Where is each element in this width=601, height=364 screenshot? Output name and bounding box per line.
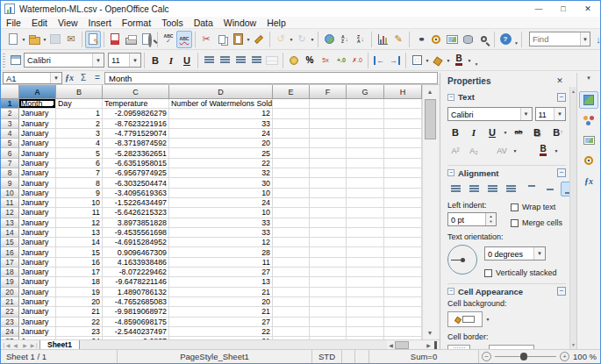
open-icon[interactable] — [26, 31, 42, 48]
cell-G3[interactable] — [347, 119, 384, 129]
cell-D6[interactable]: 25 — [169, 148, 273, 158]
cut-icon[interactable]: ✂ — [198, 31, 214, 48]
cell-H18[interactable] — [384, 268, 422, 277]
align-justified-icon[interactable] — [248, 52, 264, 69]
column-header-G[interactable]: G — [347, 85, 384, 99]
sidebar-bold-icon[interactable]: B — [447, 125, 463, 139]
cell-B11[interactable]: 10 — [56, 198, 103, 208]
cell-E11[interactable] — [273, 198, 310, 208]
underline-icon[interactable]: U — [179, 52, 195, 69]
sum-indicator[interactable]: Sum=0 — [369, 350, 479, 363]
find-replace-icon[interactable]: ●● — [412, 31, 428, 48]
cell-E19[interactable] — [273, 277, 310, 287]
row-header-9[interactable]: 9 — [1, 178, 19, 188]
horizontal-scroll-thumb[interactable] — [395, 341, 409, 349]
minimize-button[interactable]: — — [526, 1, 551, 17]
dropdown-icon[interactable]: ▼ — [554, 108, 565, 120]
cell-D22[interactable]: 21 — [169, 307, 273, 317]
cell-F17[interactable] — [310, 258, 347, 268]
scroll-right-icon[interactable]: ▶ — [425, 342, 433, 348]
paste-icon[interactable] — [230, 31, 246, 48]
cell-G6[interactable] — [347, 148, 384, 158]
cell-E2[interactable] — [273, 109, 310, 118]
cell-H14[interactable] — [384, 228, 422, 238]
cell-C1[interactable]: Temperature — [103, 99, 169, 109]
currency-format-icon[interactable] — [286, 52, 302, 69]
cell-G14[interactable] — [347, 228, 384, 238]
cell-E6[interactable] — [273, 148, 310, 158]
orientation-combobox[interactable]: 0 degrees ▼ — [484, 246, 546, 261]
styles-and-formatting-icon[interactable] — [8, 52, 24, 69]
cell-A7[interactable]: January — [19, 159, 56, 168]
cell-F2[interactable] — [310, 109, 347, 118]
row-header-22[interactable]: 22 — [1, 307, 19, 317]
cell-E15[interactable] — [273, 238, 310, 247]
cell-D10[interactable]: 10 — [169, 189, 273, 198]
add-decimal-icon[interactable]: +.0 — [333, 52, 349, 69]
cell-F16[interactable] — [310, 247, 347, 257]
menu-format[interactable]: Format — [117, 18, 156, 28]
cell-C5[interactable]: -8.3719874592 — [103, 139, 169, 148]
row-header-1[interactable]: 1 — [1, 99, 19, 109]
help-icon[interactable]: ? — [497, 31, 513, 48]
cell-C17[interactable]: 4.1633938486 — [103, 258, 169, 268]
cell-H24[interactable] — [384, 327, 422, 337]
scroll-down-icon[interactable]: ▼ — [571, 342, 576, 347]
cell-D2[interactable]: 12 — [169, 109, 273, 118]
row-header-11[interactable]: 11 — [1, 198, 19, 208]
cell-E9[interactable] — [273, 178, 310, 188]
character-spacing-icon[interactable]: AV — [494, 143, 510, 158]
cell-H13[interactable] — [384, 218, 422, 228]
cell-F12[interactable] — [310, 208, 347, 218]
cell-A15[interactable]: January — [19, 238, 56, 247]
name-box-dropdown-icon[interactable]: ▼ — [50, 73, 61, 83]
cell-A21[interactable]: January — [19, 297, 56, 307]
cell-G10[interactable] — [347, 189, 384, 198]
cell-F3[interactable] — [310, 119, 347, 129]
menu-data[interactable]: Data — [189, 18, 218, 28]
cell-B12[interactable]: 11 — [56, 208, 103, 218]
cell-A18[interactable]: January — [19, 268, 56, 277]
menu-file[interactable]: File — [1, 18, 26, 28]
cell-E10[interactable] — [273, 189, 310, 198]
cell-C21[interactable]: -4.7652685083 — [103, 297, 169, 307]
tab-styles[interactable] — [579, 111, 598, 129]
cell-H7[interactable] — [384, 159, 422, 168]
cell-C9[interactable]: -6.3032504474 — [103, 178, 169, 188]
cell-F19[interactable] — [310, 277, 347, 287]
column-header-B[interactable]: B — [56, 85, 103, 99]
cell-G22[interactable] — [347, 307, 384, 317]
superscript-icon[interactable]: A² — [447, 143, 463, 158]
cell-G23[interactable] — [347, 318, 384, 327]
cell-A9[interactable]: January — [19, 178, 56, 188]
cell-C20[interactable]: 1.4890786132 — [103, 288, 169, 297]
align-left-icon[interactable] — [447, 182, 463, 196]
cell-H15[interactable] — [384, 238, 422, 247]
cell-G15[interactable] — [347, 238, 384, 247]
cell-A14[interactable]: January — [19, 228, 56, 238]
cell-A2[interactable]: January — [19, 109, 56, 118]
align-center-icon[interactable] — [466, 182, 482, 196]
orientation-dial[interactable] — [447, 245, 477, 275]
align-justified-icon[interactable] — [503, 182, 519, 196]
chart-icon[interactable] — [375, 31, 390, 48]
sidebar-scrollbar[interactable]: ▲ ▼ — [569, 87, 576, 349]
cell-E5[interactable] — [273, 139, 310, 148]
merge-cells-icon[interactable] — [264, 52, 280, 69]
zoom-icon[interactable] — [476, 31, 491, 48]
cell-B1[interactable]: Day — [56, 99, 103, 109]
row-header-23[interactable]: 23 — [1, 318, 19, 327]
more-options-icon[interactable]: − — [557, 168, 566, 177]
scroll-up-icon[interactable]: ▲ — [571, 89, 576, 94]
row-header-4[interactable]: 4 — [1, 129, 19, 139]
cell-B15[interactable]: 14 — [56, 238, 103, 247]
zoom-out-icon[interactable]: − — [482, 352, 491, 361]
cell-D17[interactable]: 11 — [169, 258, 273, 268]
cell-G4[interactable] — [347, 129, 384, 139]
cell-B22[interactable]: 21 — [56, 307, 103, 317]
cell-A3[interactable]: January — [19, 119, 56, 129]
print-icon[interactable] — [123, 31, 139, 48]
cell-G9[interactable] — [347, 178, 384, 188]
selection-mode-indicator[interactable]: STD — [312, 350, 342, 363]
cell-H2[interactable] — [384, 109, 422, 118]
